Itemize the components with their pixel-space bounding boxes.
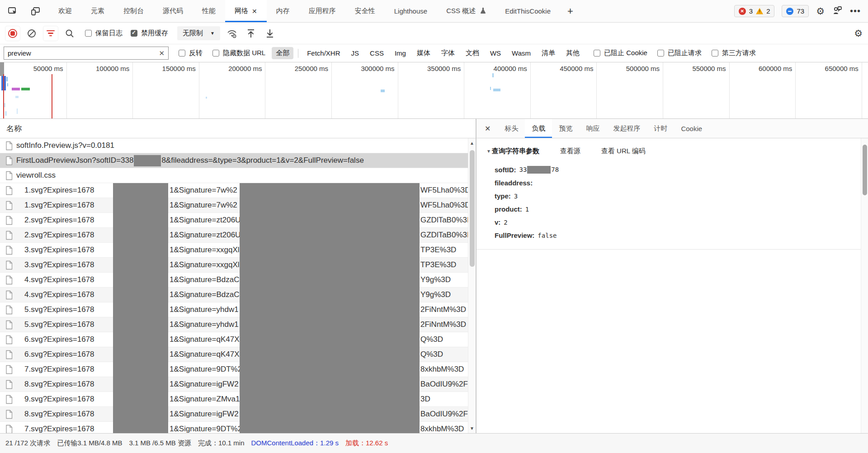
warning-count: 2 bbox=[766, 7, 770, 15]
scrollbar-thumb[interactable] bbox=[863, 145, 867, 195]
clear-network-log-icon[interactable] bbox=[24, 26, 39, 41]
scroll-down-icon[interactable]: ▼ bbox=[468, 426, 476, 431]
file-icon bbox=[5, 141, 13, 151]
scrollbar-thumb[interactable] bbox=[470, 150, 475, 267]
details-tab-计时[interactable]: 计时 bbox=[647, 119, 674, 138]
scroll-up-icon[interactable]: ▲ bbox=[468, 141, 476, 146]
tab-CSS 概述[interactable]: CSS 概述 bbox=[437, 0, 495, 22]
timeline-activity-mark bbox=[206, 97, 207, 99]
blocked-cookies-checkbox[interactable]: 已阻止 Cookie bbox=[594, 49, 647, 57]
messages-badge[interactable]: 73 bbox=[782, 5, 809, 17]
view-url-encoded-link[interactable]: 查看 URL 编码 bbox=[601, 147, 646, 156]
file-icon bbox=[5, 216, 13, 225]
tab-元素[interactable]: 元素 bbox=[81, 0, 114, 22]
details-tab-标头[interactable]: 标头 bbox=[498, 119, 525, 138]
view-source-link[interactable]: 查看源 bbox=[560, 147, 580, 156]
type-filter-字体[interactable]: 字体 bbox=[437, 47, 459, 59]
timeline-activity-mark bbox=[3, 74, 4, 118]
disable-cache-checkbox[interactable]: 禁用缓存 bbox=[131, 29, 168, 38]
record-network-log-button[interactable] bbox=[5, 26, 20, 41]
feedback-icon[interactable] bbox=[832, 5, 843, 18]
tab-性能[interactable]: 性能 bbox=[193, 0, 225, 22]
more-options-icon[interactable]: ••• bbox=[850, 6, 861, 16]
tab-安全性[interactable]: 安全性 bbox=[345, 0, 385, 22]
details-tab-预览[interactable]: 预览 bbox=[552, 119, 579, 138]
network-settings-gear-icon[interactable]: ⚙ bbox=[854, 28, 863, 38]
param-row: v:2 bbox=[495, 216, 868, 229]
blocked-requests-checkbox[interactable]: 已阻止请求 bbox=[657, 49, 702, 57]
third-party-box[interactable] bbox=[712, 50, 718, 57]
clear-filter-icon[interactable]: ✕ bbox=[159, 49, 165, 57]
tab-EditThisCookie[interactable]: EditThisCookie bbox=[495, 0, 560, 22]
blocked-cookies-box[interactable] bbox=[594, 50, 600, 57]
type-filter-其他[interactable]: 其他 bbox=[562, 47, 584, 59]
blocked-requests-box[interactable] bbox=[657, 50, 664, 57]
type-filter-媒体[interactable]: 媒体 bbox=[413, 47, 434, 59]
table-row[interactable]: softInfo.Preview.js?v=0.0181 bbox=[0, 138, 476, 153]
throttling-dropdown[interactable]: 无限制 ▼ bbox=[177, 26, 220, 40]
table-row[interactable]: viewroll.css bbox=[0, 168, 476, 183]
details-tab-发起程序[interactable]: 发起程序 bbox=[606, 119, 647, 138]
inspect-element-icon[interactable] bbox=[7, 6, 18, 17]
settings-gear-icon[interactable]: ⚙ bbox=[816, 6, 825, 16]
details-tab-响应[interactable]: 响应 bbox=[579, 119, 606, 138]
search-icon[interactable] bbox=[62, 26, 77, 41]
tab-Lighthouse[interactable]: Lighthouse bbox=[385, 0, 437, 22]
query-params-title[interactable]: 查询字符串参数 bbox=[492, 147, 539, 156]
hide-data-urls-box[interactable] bbox=[212, 50, 219, 57]
request-name-mid: 1&Signature=9DT%2 bbox=[170, 365, 242, 374]
close-details-icon[interactable]: ✕ bbox=[476, 119, 498, 138]
timeline-gridline bbox=[265, 62, 265, 118]
type-filter-Img[interactable]: Img bbox=[391, 47, 410, 59]
tab-网络[interactable]: 网络✕ bbox=[225, 0, 267, 22]
invert-box[interactable] bbox=[179, 50, 185, 57]
network-overview-timeline[interactable]: 50000 ms100000 ms150000 ms200000 ms25000… bbox=[0, 62, 868, 119]
request-name-end: TP3E%3D bbox=[420, 245, 456, 255]
details-scrollbar[interactable] bbox=[861, 138, 868, 433]
filter-icon[interactable] bbox=[43, 26, 58, 41]
third-party-checkbox[interactable]: 第三方请求 bbox=[712, 49, 756, 57]
timeline-tick-label: 250000 ms bbox=[295, 65, 328, 72]
request-name-end: Y9g%3D bbox=[420, 290, 451, 299]
table-row[interactable]: FirstLoadPreviewJson?softID=3388&fileadd… bbox=[0, 153, 476, 168]
request-name-pre: 7.svg?Expires=1678 bbox=[24, 365, 94, 374]
name-column-header[interactable]: 名称 bbox=[0, 119, 476, 138]
tab-欢迎[interactable]: 欢迎 bbox=[49, 0, 81, 22]
collapse-triangle-icon[interactable]: ▼ bbox=[486, 149, 491, 154]
file-icon bbox=[5, 201, 13, 210]
new-tab-button[interactable]: + bbox=[560, 0, 580, 22]
type-filter-JS[interactable]: JS bbox=[347, 47, 363, 59]
tab-控制台[interactable]: 控制台 bbox=[114, 0, 153, 22]
disable-cache-box[interactable] bbox=[131, 30, 137, 37]
type-filter-Wasm[interactable]: Wasm bbox=[508, 47, 535, 59]
device-toolbar-icon[interactable] bbox=[30, 6, 41, 17]
type-filter-CSS[interactable]: CSS bbox=[366, 47, 388, 59]
close-tab-icon[interactable]: ✕ bbox=[252, 8, 257, 15]
network-conditions-icon[interactable] bbox=[225, 26, 239, 41]
tab-应用程序[interactable]: 应用程序 bbox=[299, 0, 345, 22]
details-tab-Cookie[interactable]: Cookie bbox=[674, 119, 709, 138]
filter-input[interactable] bbox=[8, 49, 159, 57]
tab-label: 网络 bbox=[235, 7, 248, 15]
type-filter-Fetch/XHR[interactable]: Fetch/XHR bbox=[303, 47, 344, 59]
error-icon: ✕ bbox=[739, 8, 746, 15]
file-icon bbox=[5, 171, 13, 180]
table-scrollbar[interactable]: ▲ ▼ bbox=[468, 138, 476, 433]
redaction-box bbox=[240, 183, 420, 433]
timeline-activity-mark bbox=[6, 77, 8, 81]
export-har-icon[interactable] bbox=[263, 26, 277, 41]
request-name-pre: 2.svg?Expires=1678 bbox=[24, 231, 94, 240]
details-tab-负载[interactable]: 负载 bbox=[525, 119, 552, 138]
import-har-icon[interactable] bbox=[244, 26, 258, 41]
preserve-log-checkbox[interactable]: 保留日志 bbox=[85, 29, 123, 38]
tab-内存[interactable]: 内存 bbox=[267, 0, 299, 22]
issues-badge[interactable]: ✕ 3 2 bbox=[734, 5, 775, 17]
invert-checkbox[interactable]: 反转 bbox=[179, 49, 203, 57]
tab-源代码[interactable]: 源代码 bbox=[153, 0, 193, 22]
type-filter-清单[interactable]: 清单 bbox=[538, 47, 559, 59]
preserve-log-box[interactable] bbox=[85, 30, 92, 37]
type-filter-全部[interactable]: 全部 bbox=[272, 47, 293, 59]
hide-data-urls-checkbox[interactable]: 隐藏数据 URL bbox=[212, 49, 265, 57]
type-filter-WS[interactable]: WS bbox=[486, 47, 505, 59]
type-filter-文档[interactable]: 文档 bbox=[462, 47, 483, 59]
